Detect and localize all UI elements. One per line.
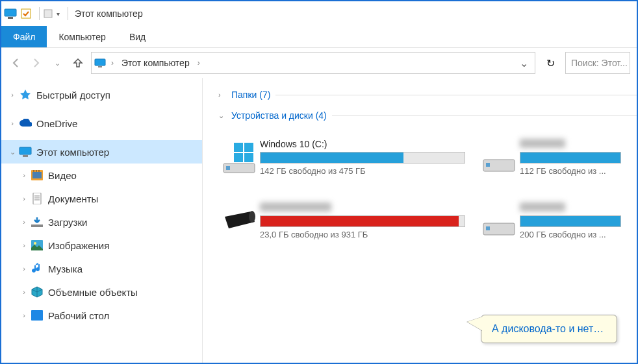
drive-usage-bar bbox=[260, 152, 465, 164]
refresh-button[interactable]: ↻ bbox=[541, 52, 560, 74]
drive-status: 23,0 ГБ свободно из 931 ГБ bbox=[260, 230, 465, 239]
chevron-right-icon[interactable]: › bbox=[110, 58, 115, 67]
divider bbox=[39, 7, 40, 20]
drive-item[interactable]: ________ 112 ГБ свободно из ... bbox=[478, 131, 621, 183]
tab-view[interactable]: Вид bbox=[118, 26, 157, 47]
hdd-icon bbox=[478, 131, 520, 183]
chevron-right-icon[interactable]: › bbox=[196, 58, 201, 67]
svg-rect-22 bbox=[244, 143, 253, 152]
forward-button[interactable] bbox=[29, 55, 44, 71]
recent-dropdown[interactable]: ⌄ bbox=[49, 55, 65, 71]
sidebar-item-label: OneDrive bbox=[36, 118, 77, 129]
nav-bar: ⌄ › Этот компьютер › ⌄ ↻ Поиск: Этот... bbox=[1, 48, 637, 78]
chevron-down-icon[interactable]: ⌄ bbox=[6, 148, 18, 156]
qat-save-icon[interactable] bbox=[21, 8, 31, 19]
chevron-right-icon[interactable]: › bbox=[18, 241, 30, 249]
hdd-icon bbox=[478, 195, 520, 247]
svg-point-29 bbox=[249, 211, 255, 223]
search-input[interactable]: Поиск: Этот... bbox=[565, 52, 630, 74]
drive-item[interactable]: ____ ___ 23,0 ГБ свободно из 931 ГБ bbox=[218, 195, 465, 247]
drive-item[interactable]: Windows 10 (C:) 142 ГБ свободно из 475 Г… bbox=[218, 131, 465, 183]
chevron-right-icon[interactable]: › bbox=[6, 119, 18, 127]
svg-rect-7 bbox=[23, 155, 28, 157]
sidebar-item-this-pc[interactable]: ⌄ Этот компьютер bbox=[1, 140, 202, 164]
chevron-right-icon[interactable]: › bbox=[18, 218, 30, 226]
divider bbox=[68, 7, 68, 20]
chevron-right-icon[interactable]: › bbox=[18, 171, 30, 179]
qat-item-icon[interactable] bbox=[44, 8, 53, 19]
sidebar-item-desktop[interactable]: › Рабочий стол bbox=[1, 304, 202, 327]
sidebar-item-onedrive[interactable]: › OneDrive bbox=[1, 112, 202, 135]
address-bar[interactable]: › Этот компьютер › ⌄ bbox=[91, 52, 535, 74]
chevron-right-icon[interactable]: › bbox=[18, 265, 30, 273]
address-dropdown[interactable]: ⌄ bbox=[516, 57, 532, 69]
group-count: (4) bbox=[316, 110, 327, 121]
drive-name: ________ bbox=[520, 139, 621, 149]
svg-rect-31 bbox=[486, 226, 490, 230]
sidebar-item-videos[interactable]: › Видео bbox=[1, 164, 202, 187]
title-bar: ▾ Этот компьютер bbox=[1, 1, 637, 26]
navigation-pane[interactable]: › Быстрый доступ › OneDrive ⌄ Этот компь… bbox=[1, 78, 203, 363]
sidebar-item-pictures[interactable]: › Изображения bbox=[1, 234, 202, 257]
image-icon bbox=[30, 240, 44, 250]
svg-point-12 bbox=[38, 171, 40, 172]
sidebar-item-label: Объемные объекты bbox=[48, 287, 138, 298]
video-icon bbox=[30, 170, 44, 180]
pc-icon bbox=[94, 58, 106, 68]
svg-rect-24 bbox=[244, 153, 253, 162]
drives-list: Windows 10 (C:) 142 ГБ свободно из 475 Г… bbox=[213, 127, 637, 254]
cube-icon bbox=[30, 286, 44, 298]
desktop-icon bbox=[30, 310, 44, 321]
sidebar-item-label: Этот компьютер bbox=[36, 147, 109, 158]
document-icon bbox=[30, 193, 44, 204]
group-count: (7) bbox=[259, 90, 270, 100]
sidebar-item-downloads[interactable]: › Загрузки bbox=[1, 210, 202, 234]
svg-point-19 bbox=[34, 242, 36, 245]
star-icon bbox=[18, 89, 32, 101]
drive-usage-bar bbox=[520, 152, 621, 164]
svg-rect-6 bbox=[19, 147, 31, 154]
svg-point-10 bbox=[33, 171, 34, 172]
back-button[interactable] bbox=[8, 55, 23, 71]
pc-icon bbox=[18, 146, 32, 158]
svg-rect-13 bbox=[33, 193, 41, 204]
sidebar-item-quick-access[interactable]: › Быстрый доступ bbox=[1, 83, 202, 106]
download-icon bbox=[30, 216, 44, 228]
tab-file[interactable]: Файл bbox=[1, 26, 47, 47]
svg-rect-3 bbox=[44, 10, 52, 18]
svg-rect-17 bbox=[31, 224, 43, 227]
svg-rect-0 bbox=[5, 9, 16, 16]
group-devices[interactable]: ⌄ Устройства и диски (4) bbox=[213, 106, 637, 127]
sidebar-item-label: Рабочий стол bbox=[48, 310, 109, 321]
drive-name: Windows 10 (C:) bbox=[260, 139, 465, 149]
cloud-icon bbox=[18, 119, 32, 128]
content-pane[interactable]: › Папки (7) ⌄ Устройства и диски (4) Win… bbox=[203, 78, 637, 363]
drive-item[interactable]: ____ __ 200 ГБ свободно из ... bbox=[478, 195, 621, 247]
svg-rect-2 bbox=[21, 9, 31, 18]
svg-rect-9 bbox=[32, 172, 42, 178]
chevron-right-icon[interactable]: › bbox=[18, 195, 30, 202]
qat-dropdown-icon[interactable]: ▾ bbox=[57, 10, 60, 18]
up-button[interactable] bbox=[70, 55, 86, 71]
drive-name: ____ __ bbox=[520, 202, 621, 213]
external-drive-icon bbox=[218, 195, 260, 247]
tab-computer[interactable]: Компьютер bbox=[47, 26, 117, 47]
chevron-right-icon[interactable]: › bbox=[18, 311, 30, 319]
drive-status: 200 ГБ свободно из ... bbox=[520, 230, 621, 239]
chevron-down-icon[interactable]: ⌄ bbox=[218, 112, 229, 120]
sidebar-item-label: Видео bbox=[48, 170, 77, 181]
chevron-right-icon[interactable]: › bbox=[18, 288, 30, 296]
sidebar-item-3d-objects[interactable]: › Объемные объекты bbox=[1, 280, 202, 304]
svg-rect-5 bbox=[98, 66, 102, 67]
callout-text: А дисковода-то и нет… bbox=[492, 323, 604, 334]
sidebar-item-documents[interactable]: › Документы bbox=[1, 187, 202, 210]
group-folders[interactable]: › Папки (7) bbox=[213, 86, 637, 106]
sidebar-item-music[interactable]: › Музыка bbox=[1, 257, 202, 280]
svg-rect-4 bbox=[95, 59, 105, 66]
drive-status: 112 ГБ свободно из ... bbox=[520, 166, 621, 176]
chevron-right-icon[interactable]: › bbox=[6, 91, 18, 99]
sidebar-item-label: Изображения bbox=[48, 240, 109, 251]
breadcrumb[interactable]: Этот компьютер bbox=[119, 58, 192, 68]
svg-rect-23 bbox=[234, 153, 243, 162]
chevron-right-icon[interactable]: › bbox=[218, 91, 229, 99]
